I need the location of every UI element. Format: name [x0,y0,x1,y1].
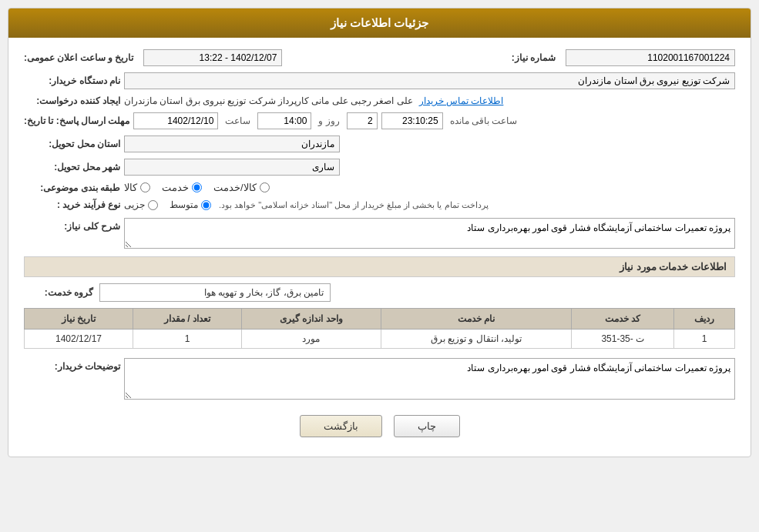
remaining-input [381,112,443,129]
process-jozei[interactable]: جزیی [124,199,158,210]
category-kala-radio[interactable] [140,182,150,192]
cell-quantity: 1 [133,330,242,349]
province-input [124,136,340,152]
buyer-org-row: نام دستگاه خریدار: [24,72,735,89]
city-row: شهر محل تحویل: [24,159,735,176]
buyer-notes-label: توضیحات خریدار: [24,361,124,372]
send-time-label: ساعت [222,115,254,126]
category-service[interactable]: خدمت [162,182,202,193]
col-service-name: نام خدمت [381,309,572,330]
creator-row: ایجاد کننده درخواست: علی اصغر رجبی علی م… [24,95,735,106]
process-motovaset-radio[interactable] [201,200,211,210]
cell-date: 1402/12/17 [25,330,133,349]
cell-service-code: ت -35-351 [572,330,674,349]
send-date-row: مهلت ارسال پاسخ: تا تاریخ: ساعت روز و سا… [24,112,735,129]
category-row: طبقه بندی موضوعی: کالا خدمت کالا/خدمت [24,182,735,193]
category-kala-label: کالا [124,182,137,193]
category-label: طبقه بندی موضوعی: [24,182,124,193]
print-button[interactable]: چاپ [394,415,460,437]
need-number-label: شماره نیاز: [459,52,559,63]
need-description-label: شرح کلی نیاز: [24,221,124,232]
process-jozei-radio[interactable] [148,200,158,210]
back-button[interactable]: بازگشت [300,415,382,437]
category-kala[interactable]: کالا [124,182,150,193]
service-table-body: 1 ت -35-351 تولید، انتقال و توزیع برق مو… [25,330,735,349]
category-both-radio[interactable] [260,182,270,192]
buyer-notes-row: توضیحات خریدار: [24,358,735,400]
process-label: نوع فرآیند خرید : [24,199,124,210]
province-row: استان محل تحویل: [24,136,735,152]
cell-row-num: 1 [674,330,735,349]
category-radio-group: کالا خدمت کالا/خدمت [124,182,270,193]
category-service-label: خدمت [162,182,189,193]
need-description-textarea[interactable] [124,218,735,249]
page-title: جزئیات اطلاعات نیاز [331,16,428,29]
service-section-title: اطلاعات خدمات مورد نیاز [24,256,735,277]
send-date-input [133,112,218,129]
send-day-label: روز و [315,115,342,126]
process-jozei-label: جزیی [124,199,145,210]
group-service-row: گروه خدمت: تامین برق، گاز، بخار و تهویه … [24,283,735,302]
card-body: شماره نیاز: تاریخ و ساعت اعلان عمومی: نا… [8,38,751,457]
button-row: چاپ بازگشت [24,415,735,437]
cell-unit: مورد [241,330,381,349]
group-service-label: گروه خدمت: [24,287,93,298]
process-radio-group: جزیی متوسط [124,199,211,210]
cell-service-name: تولید، انتقال و توزیع برق [381,330,572,349]
category-both-label: کالا/خدمت [213,182,257,193]
process-motovaset-label: متوسط [170,199,198,210]
process-description: پرداخت تمام یا بخشی از مبلغ خریدار از مح… [219,200,489,210]
card-header: جزئیات اطلاعات نیاز [8,8,751,38]
city-label: شهر محل تحویل: [24,162,124,172]
creator-label: ایجاد کننده درخواست: [24,95,124,106]
send-date-label: مهلت ارسال پاسخ: تا تاریخ: [24,115,133,126]
contact-link[interactable]: اطلاعات تماس خریدار [419,95,504,106]
process-motovaset[interactable]: متوسط [170,199,211,210]
send-day-input [347,112,378,129]
province-label: استان محل تحویل: [24,139,124,149]
public-announce-input [143,49,282,66]
need-description-row: شرح کلی نیاز: [24,218,735,249]
process-row: نوع فرآیند خرید : جزیی متوسط پرداخت تمام… [24,199,735,210]
send-time-input [257,112,311,129]
buyer-org-label: نام دستگاه خریدار: [24,75,124,86]
page-wrapper: جزئیات اطلاعات نیاز شماره نیاز: تاریخ و … [0,0,759,532]
col-unit: واحد اندازه گیری [241,309,381,330]
public-announce-label: تاریخ و ساعت اعلان عمومی: [24,52,137,63]
col-quantity: تعداد / مقدار [133,309,242,330]
creator-value: علی اصغر رجبی علی مانی کارپرداز شرکت توز… [124,95,413,106]
remaining-label: ساعت باقی مانده [447,115,521,126]
buyer-org-input [124,72,735,89]
date-time-container: ساعت روز و ساعت باقی مانده [133,112,528,129]
buyer-notes-textarea[interactable] [124,358,735,400]
need-number-input [566,49,735,66]
remaining-time-container: ساعت باقی مانده [381,112,521,129]
table-row: 1 ت -35-351 تولید، انتقال و توزیع برق مو… [25,330,735,349]
col-row-num: ردیف [674,309,735,330]
service-table: ردیف کد خدمت نام خدمت واحد اندازه گیری ت… [24,308,735,349]
category-service-radio[interactable] [192,182,202,192]
table-header-row: ردیف کد خدمت نام خدمت واحد اندازه گیری ت… [25,309,735,330]
category-both[interactable]: کالا/خدمت [213,182,270,193]
col-service-code: کد خدمت [572,309,674,330]
col-date: تاریخ نیاز [25,309,133,330]
need-number-row: شماره نیاز: تاریخ و ساعت اعلان عمومی: [24,49,735,66]
group-service-value: تامین برق، گاز، بخار و تهویه هوا [99,283,331,302]
city-input [124,159,340,176]
main-card: جزئیات اطلاعات نیاز شماره نیاز: تاریخ و … [8,8,751,457]
